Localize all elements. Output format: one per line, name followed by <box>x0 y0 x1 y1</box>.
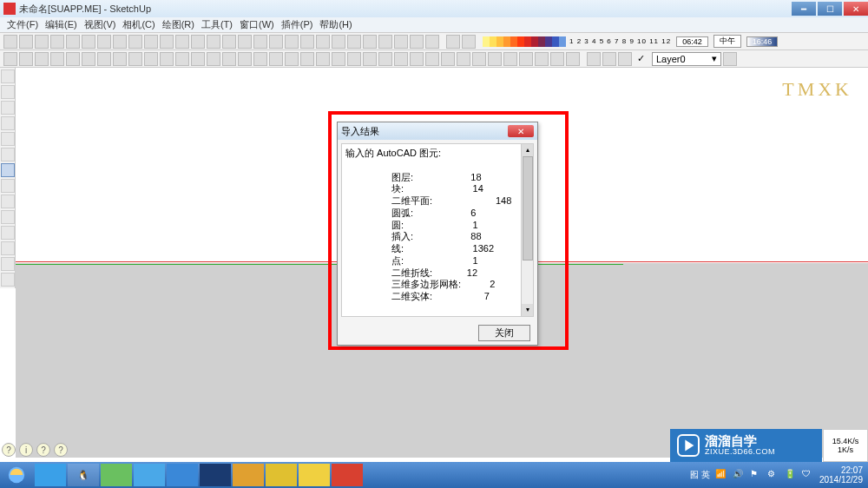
taskbar-item[interactable] <box>167 464 198 486</box>
lt-icon-active[interactable] <box>1 163 15 177</box>
scroll-up-icon[interactable]: ▴ <box>522 144 534 156</box>
tray-icon[interactable]: ⚙ <box>767 469 779 481</box>
offset-tool-icon[interactable] <box>175 52 189 66</box>
toolbar-icon[interactable] <box>472 52 486 66</box>
toolbar-icon[interactable] <box>332 52 345 66</box>
scroll-down-icon[interactable]: ▾ <box>522 304 534 316</box>
lt-icon[interactable] <box>1 132 15 146</box>
toolbar-icon[interactable] <box>238 52 252 66</box>
toolbar-icon[interactable] <box>144 35 158 49</box>
toolbar-icon[interactable] <box>253 35 267 49</box>
toolbar-icon[interactable] <box>253 52 267 66</box>
help-icon[interactable]: ? <box>54 443 68 457</box>
pushpull-tool-icon[interactable] <box>113 52 127 66</box>
paint-tool-icon[interactable] <box>97 52 111 66</box>
lt-icon[interactable] <box>1 195 15 208</box>
menu-edit[interactable]: 编辑(E) <box>43 18 79 31</box>
toolbar-icon[interactable] <box>35 35 49 49</box>
toolbar-icon[interactable] <box>82 35 95 49</box>
taskbar-item[interactable] <box>332 464 363 486</box>
lt-icon[interactable] <box>1 226 15 240</box>
lt-icon[interactable] <box>1 116 15 130</box>
lt-icon[interactable] <box>1 69 15 83</box>
select-tool-icon[interactable] <box>3 52 17 66</box>
toolbar-icon[interactable] <box>519 52 533 66</box>
toolbar-icon[interactable] <box>503 52 517 66</box>
toolbar-icon[interactable] <box>3 35 17 49</box>
help-icon[interactable]: ? <box>36 443 50 457</box>
toolbar-icon[interactable] <box>238 35 252 49</box>
toolbar-icon[interactable] <box>441 52 455 66</box>
toolbar-icon[interactable] <box>222 52 236 66</box>
lt-icon[interactable] <box>1 85 15 99</box>
toolbar-icon[interactable] <box>378 35 392 49</box>
tray-icon[interactable]: 🛡 <box>802 469 814 481</box>
scroll-thumb[interactable] <box>523 156 533 260</box>
toolbar-icon[interactable] <box>462 35 476 49</box>
menu-draw[interactable]: 绘图(R) <box>161 18 196 31</box>
toolbar-icon[interactable] <box>378 52 392 66</box>
rect-tool-icon[interactable] <box>50 52 64 66</box>
toolbar-icon[interactable] <box>446 35 460 49</box>
taskbar-item[interactable] <box>299 464 330 486</box>
toolbar-icon[interactable] <box>425 35 439 49</box>
toolbar-icon[interactable] <box>347 35 361 49</box>
toolbar-icon[interactable] <box>535 52 549 66</box>
toolbar-icon[interactable] <box>602 52 616 66</box>
layer-manager-icon[interactable] <box>723 52 737 66</box>
minimize-button[interactable]: ━ <box>792 2 816 16</box>
toolbar-icon[interactable] <box>175 35 189 49</box>
lt-icon[interactable] <box>1 257 15 271</box>
toolbar-icon[interactable] <box>222 35 236 49</box>
toolbar-icon[interactable] <box>300 52 314 66</box>
taskbar-item[interactable] <box>101 464 132 486</box>
ime-indicator[interactable]: 囮 英 <box>690 469 710 481</box>
layer-combo[interactable]: Layer0 ▾ <box>652 52 721 66</box>
toolbar-icon[interactable] <box>191 35 205 49</box>
lt-icon[interactable] <box>1 179 15 193</box>
toolbar-icon[interactable] <box>66 35 80 49</box>
toolbar-icon[interactable] <box>394 35 408 49</box>
scale-tool-icon[interactable] <box>160 52 174 66</box>
lt-icon[interactable] <box>1 101 15 115</box>
eraser-tool-icon[interactable] <box>19 52 33 66</box>
toolbar-icon[interactable] <box>300 35 314 49</box>
toolbar-icon[interactable] <box>410 52 424 66</box>
start-button[interactable] <box>0 462 33 488</box>
menu-tools[interactable]: 工具(T) <box>200 18 234 31</box>
taskbar-item[interactable] <box>233 464 264 486</box>
close-button[interactable]: ✕ <box>844 2 868 16</box>
taskbar-item[interactable] <box>200 464 231 486</box>
lt-icon[interactable] <box>1 210 15 224</box>
move-tool-icon[interactable] <box>128 52 142 66</box>
menu-help[interactable]: 帮助(H) <box>318 18 353 31</box>
toolbar-icon[interactable] <box>457 52 470 66</box>
toolbar-icon[interactable] <box>347 52 361 66</box>
maximize-button[interactable]: ☐ <box>818 2 842 16</box>
tray-icon[interactable]: 🔋 <box>785 469 797 481</box>
taskbar-item[interactable] <box>35 464 66 486</box>
toolbar-icon[interactable] <box>269 52 283 66</box>
toolbar-icon[interactable] <box>128 35 142 49</box>
toolbar-icon[interactable] <box>425 52 439 66</box>
toolbar-icon[interactable] <box>587 52 601 66</box>
lt-icon[interactable] <box>1 241 15 255</box>
toolbar-icon[interactable] <box>207 35 220 49</box>
dialog-close-btn[interactable]: 关闭 <box>478 325 530 341</box>
toolbar-icon[interactable] <box>410 35 424 49</box>
taskbar-clock[interactable]: 22:07 2014/12/29 <box>819 465 863 485</box>
toolbar-icon[interactable] <box>363 35 377 49</box>
dialog-scrollbar[interactable]: ▴ ▾ <box>521 144 533 316</box>
toolbar-icon[interactable] <box>488 52 502 66</box>
toolbar-icon[interactable] <box>160 35 174 49</box>
menu-file[interactable]: 文件(F) <box>5 18 40 31</box>
toolbar-icon[interactable] <box>363 52 377 66</box>
toolbar-icon[interactable] <box>269 35 283 49</box>
toolbar-icon[interactable] <box>618 52 632 66</box>
toolbar-icon[interactable] <box>97 35 111 49</box>
volume-icon[interactable]: 🔊 <box>733 469 745 481</box>
toolbar-icon[interactable] <box>332 35 345 49</box>
toolbar-icon[interactable] <box>50 35 64 49</box>
lt-icon[interactable] <box>1 273 15 287</box>
menu-camera[interactable]: 相机(C) <box>121 18 156 31</box>
